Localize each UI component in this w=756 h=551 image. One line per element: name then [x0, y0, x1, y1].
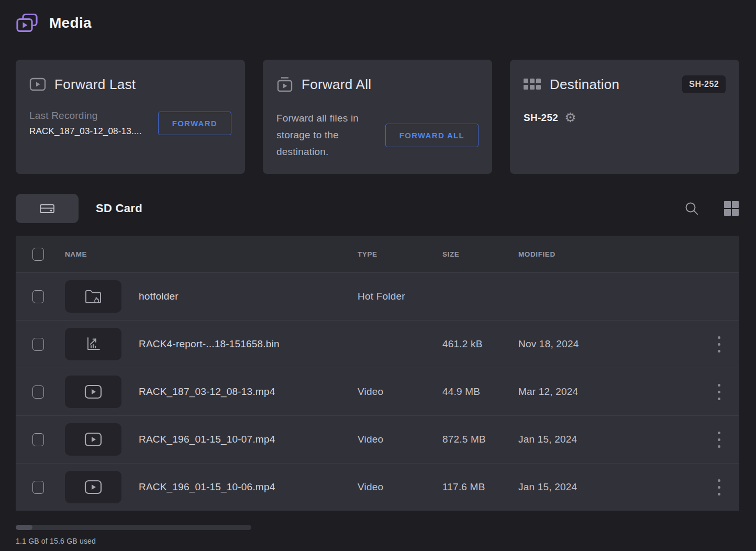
file-type: Hot Folder: [358, 291, 442, 302]
destination-card: Destination SH-252 SH-252 ⚙: [510, 60, 739, 174]
forward-all-description: Forward all files in storage to the dest…: [276, 110, 385, 160]
destination-grid-icon: [524, 79, 541, 90]
file-modified: Jan 15, 2024: [518, 481, 698, 493]
row-menu-kebab-icon[interactable]: [698, 328, 739, 360]
file-modified: Jan 15, 2024: [518, 434, 698, 445]
file-modified: Nov 18, 2024: [518, 338, 698, 350]
column-header-modified: MODIFIED: [518, 250, 698, 258]
column-header-size: SIZE: [442, 250, 518, 258]
table-row: RACK_196_01-15_10-06.mp4 Video 117.6 MB …: [16, 463, 739, 511]
video-play-icon: [84, 432, 102, 447]
storage-source-title: SD Card: [96, 202, 142, 215]
file-type: Video: [358, 434, 442, 445]
column-header-name: NAME: [65, 250, 139, 258]
file-table: NAME TYPE SIZE MODIFIED hotfo: [16, 236, 739, 511]
file-thumbnail: [65, 471, 121, 503]
grid-view-button[interactable]: [724, 201, 739, 216]
column-header-type: TYPE: [358, 250, 442, 258]
forward-last-card: Forward Last Last Recording RACK_187_03-…: [16, 60, 245, 174]
file-thumbnail: [65, 328, 121, 360]
sd-card-icon: [38, 201, 56, 216]
file-modified: Mar 12, 2024: [518, 386, 698, 398]
file-thumbnail: [65, 280, 121, 313]
forward-last-icon: [29, 78, 46, 91]
table-row: hotfolder Hot Folder: [16, 272, 739, 320]
storage-toolbar: SD Card: [16, 194, 739, 223]
destination-settings-gear-icon[interactable]: ⚙: [564, 111, 576, 124]
table-header: NAME TYPE SIZE MODIFIED: [16, 236, 739, 272]
table-row: RACK_196_01-15_10-07.mp4 Video 872.5 MB …: [16, 415, 739, 463]
file-size: 872.5 MB: [442, 434, 518, 445]
file-size: 44.9 MB: [442, 386, 518, 398]
forwarding-cards: Forward Last Last Recording RACK_187_03-…: [16, 60, 739, 174]
file-thumbnail: [65, 423, 121, 456]
storage-usage: 1.1 GB of 15.6 GB used: [16, 525, 739, 545]
storage-usage-text: 1.1 GB of 15.6 GB used: [16, 537, 739, 545]
media-page: Media Forward Last Last Recording RACK_1…: [0, 0, 756, 545]
report-chart-icon: [85, 336, 102, 352]
last-recording-name: RACK_187_03-12_08-13....: [29, 126, 142, 137]
destination-value: SH-252: [524, 112, 558, 124]
last-recording-label: Last Recording: [29, 110, 142, 122]
video-play-icon: [84, 384, 102, 399]
file-name[interactable]: RACK_196_01-15_10-07.mp4: [139, 434, 358, 445]
forward-all-title: Forward All: [302, 76, 371, 93]
storage-usage-fill: [16, 525, 32, 530]
file-thumbnail: [65, 376, 121, 408]
page-header: Media: [16, 8, 739, 38]
file-name[interactable]: RACK_196_01-15_10-06.mp4: [139, 481, 358, 493]
forward-all-card: Forward All Forward all files in storage…: [263, 60, 492, 174]
file-size: 461.2 kB: [442, 338, 518, 350]
file-type: Video: [358, 386, 442, 398]
forward-all-icon: [276, 76, 293, 92]
row-checkbox[interactable]: [32, 481, 44, 494]
sd-card-source-button[interactable]: [16, 194, 79, 223]
row-menu-kebab-icon[interactable]: [698, 424, 739, 455]
file-type: Video: [358, 481, 442, 493]
search-icon: [684, 201, 699, 216]
search-button[interactable]: [684, 201, 699, 216]
forward-last-title: Forward Last: [54, 76, 136, 93]
row-checkbox[interactable]: [32, 433, 44, 446]
select-all-checkbox[interactable]: [32, 248, 44, 261]
file-size: 117.6 MB: [442, 481, 518, 493]
table-row: RACK4-report-...18-151658.bin 461.2 kB N…: [16, 320, 739, 368]
file-name[interactable]: RACK4-report-...18-151658.bin: [139, 338, 358, 350]
table-row: RACK_187_03-12_08-13.mp4 Video 44.9 MB M…: [16, 368, 739, 415]
storage-usage-bar[interactable]: [16, 525, 251, 530]
row-menu-kebab-icon[interactable]: [698, 376, 739, 407]
video-play-icon: [84, 480, 102, 494]
file-name[interactable]: hotfolder: [139, 291, 358, 302]
row-menu-kebab-icon[interactable]: [698, 471, 739, 503]
hot-folder-icon: [84, 289, 102, 304]
file-name[interactable]: RACK_187_03-12_08-13.mp4: [139, 386, 358, 398]
row-checkbox[interactable]: [32, 338, 44, 351]
forward-all-button[interactable]: FORWARD ALL: [385, 124, 479, 147]
destination-title: Destination: [550, 76, 619, 93]
destination-badge: SH-252: [682, 75, 726, 93]
grid-view-icon: [724, 201, 739, 216]
row-checkbox[interactable]: [32, 385, 44, 399]
row-checkbox[interactable]: [32, 290, 44, 303]
page-title: Media: [49, 15, 92, 31]
media-icon: [16, 13, 39, 34]
forward-button[interactable]: FORWARD: [158, 112, 231, 135]
